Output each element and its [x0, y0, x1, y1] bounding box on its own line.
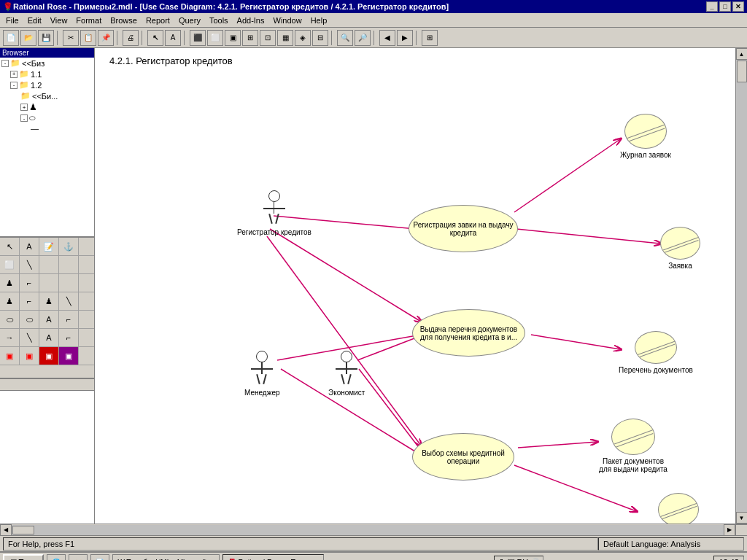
menu-help[interactable]: Help — [306, 15, 332, 26]
tool-31[interactable]: ⌐ — [20, 274, 39, 292]
anchor-tool[interactable]: ⚓ — [59, 238, 79, 255]
diagram-area[interactable]: 4.2.1. Регистратор кредитов — [95, 48, 735, 524]
box-tool[interactable]: ⬜ — [0, 256, 20, 273]
note-tool[interactable]: 📝 — [39, 238, 59, 255]
menu-report[interactable]: Report — [142, 15, 174, 26]
zoom-in-button[interactable]: 🔍 — [337, 30, 353, 46]
forward-button[interactable]: ▶ — [397, 30, 413, 46]
menu-tools[interactable]: Tools — [205, 15, 233, 26]
print-button[interactable]: 🖨 — [123, 30, 139, 46]
text-button[interactable]: A — [165, 30, 181, 46]
taskbar-btn-ie[interactable]: 🌐 — [47, 554, 66, 560]
taskbar-btn-explorer[interactable]: 📁 — [69, 554, 88, 560]
tool-51[interactable]: ⬭ — [20, 311, 39, 328]
artifact-journal[interactable]: Журнал заявок — [620, 114, 671, 159]
tool3[interactable]: ▣ — [225, 30, 241, 46]
tool7[interactable]: ◈ — [295, 30, 311, 46]
tool-r4[interactable] — [59, 256, 79, 273]
tree-node-2-3[interactable]: - ⬭ — [0, 113, 94, 123]
tool5[interactable]: ⊡ — [260, 30, 276, 46]
fit-button[interactable]: ⊞ — [422, 30, 438, 46]
tool-53[interactable]: ⌐ — [59, 311, 79, 328]
actor-economist[interactable]: Экономист — [328, 351, 365, 397]
actor-tool[interactable]: ♟ — [0, 274, 20, 292]
minimize-button[interactable]: _ — [706, 1, 718, 12]
actor-tool2[interactable]: ♟ — [0, 292, 20, 310]
taskbar-btn-app2[interactable]: 🌹 Rational Rose - Приме... — [222, 554, 324, 560]
usecase-tool[interactable]: ⬭ — [0, 311, 20, 328]
tool-71[interactable]: ▣ — [0, 347, 20, 365]
artifact-application[interactable]: Заявка — [660, 227, 700, 270]
close-button[interactable]: ✕ — [732, 1, 744, 12]
taskbar-btn-app1[interactable]: W ПособиеUML - Microsoft ... — [112, 554, 220, 560]
scroll-left-button[interactable]: ◀ — [0, 524, 12, 536]
artifact-package[interactable]: Пакет документов для выдачи кредита — [597, 419, 670, 473]
save-button[interactable]: 💾 — [38, 30, 54, 46]
menu-query[interactable]: Query — [174, 15, 205, 26]
tool-32[interactable] — [39, 274, 59, 292]
tool8[interactable]: ⊟ — [312, 30, 328, 46]
hscroll-track[interactable] — [12, 525, 724, 535]
menu-view[interactable]: View — [46, 15, 72, 26]
back-button[interactable]: ◀ — [379, 30, 395, 46]
scroll-right-button[interactable]: ▶ — [724, 524, 735, 536]
menu-edit[interactable]: Edit — [23, 15, 46, 26]
expand-2-2[interactable]: + — [20, 104, 28, 111]
tree-node-2-2[interactable]: + ♟ — [0, 101, 94, 113]
expand-1[interactable]: + — [10, 71, 18, 78]
actor-manager[interactable]: Менеджер — [244, 351, 280, 397]
start-button[interactable]: ⊞ Пуск — [3, 554, 44, 560]
tool-52[interactable]: A — [39, 311, 59, 328]
tree-root[interactable]: - 📁 <<Биз — [0, 58, 94, 69]
select-tool[interactable]: ↖ — [0, 238, 20, 255]
expand-2-3[interactable]: - — [20, 114, 28, 122]
tool-43[interactable]: ╲ — [59, 292, 79, 310]
expand-root[interactable]: - — [1, 60, 9, 67]
tool-42[interactable]: ♟ — [39, 292, 59, 310]
scroll-track[interactable] — [736, 60, 747, 512]
menu-format[interactable]: Format — [71, 15, 106, 26]
menu-window[interactable]: Window — [269, 15, 306, 26]
paste-button[interactable]: 📌 — [98, 30, 114, 46]
tool-r3[interactable] — [39, 256, 59, 273]
tool-72[interactable]: ▣ — [20, 347, 39, 365]
artifact-doclist[interactable]: Перечень документов — [619, 331, 693, 374]
copy-button[interactable]: 📋 — [80, 30, 96, 46]
tool-61[interactable]: → — [0, 329, 20, 346]
expand-2[interactable]: - — [10, 82, 18, 89]
text-tool[interactable]: A — [20, 238, 39, 255]
tool-33[interactable] — [59, 274, 79, 292]
maximize-button[interactable]: □ — [719, 1, 731, 12]
usecase-documents[interactable]: Выдача перечня документов для получения … — [412, 309, 525, 357]
usecase-scheme[interactable]: Выбор схемы кредитной операции — [412, 433, 514, 481]
usecase-registration[interactable]: Регистрация завки на выдачу кредита — [409, 205, 518, 252]
scroll-up-button[interactable]: ▲ — [736, 48, 748, 60]
cut-button[interactable]: ✂ — [63, 30, 79, 46]
menu-addins[interactable]: Add-Ins — [233, 15, 269, 26]
tool-73[interactable]: ▣ — [39, 347, 59, 365]
tool-74[interactable]: ▣ — [59, 347, 79, 365]
tree-node-2-1[interactable]: 📁 <<Би... — [0, 90, 94, 101]
tool4[interactable]: ⊞ — [242, 30, 258, 46]
tool6[interactable]: ▦ — [277, 30, 293, 46]
tree-node-2[interactable]: - 📁 1.2 — [0, 79, 94, 90]
zoom-out-button[interactable]: 🔎 — [355, 30, 371, 46]
artifact-schema[interactable]: Схема кредитной операции — [638, 493, 719, 524]
scroll-down-button[interactable]: ▼ — [736, 512, 748, 524]
menu-browse[interactable]: Browse — [106, 15, 142, 26]
hscroll-thumb[interactable] — [12, 526, 34, 534]
tree-node-leaf[interactable]: — — [0, 123, 94, 133]
tool-41[interactable]: ⌐ — [20, 292, 39, 310]
tool1[interactable]: ⬛ — [190, 30, 206, 46]
tool-63[interactable]: A — [39, 329, 59, 346]
tool-64[interactable]: ⌐ — [59, 329, 79, 346]
select-button[interactable]: ↖ — [147, 30, 163, 46]
tool2[interactable]: ⬜ — [207, 30, 223, 46]
line-tool[interactable]: ╲ — [20, 256, 39, 273]
scroll-thumb[interactable] — [737, 61, 747, 82]
open-button[interactable]: 📂 — [20, 30, 36, 46]
menu-file[interactable]: File — [1, 15, 23, 26]
new-button[interactable]: 📄 — [3, 30, 19, 46]
tool-62[interactable]: ╲ — [20, 329, 39, 346]
taskbar-btn-notepad[interactable]: 📄 — [90, 554, 109, 560]
